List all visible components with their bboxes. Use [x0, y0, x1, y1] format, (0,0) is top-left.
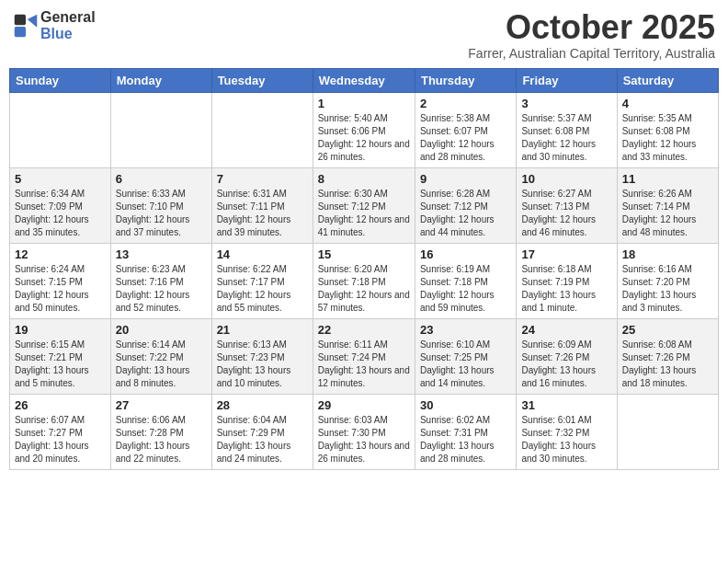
logo-general: General — [40, 9, 96, 26]
cell-content: Sunrise: 5:37 AM Sunset: 6:08 PM Dayligh… — [521, 112, 611, 164]
day-number: 16 — [420, 247, 511, 261]
day-number: 9 — [420, 172, 511, 186]
calendar-cell: 20Sunrise: 6:14 AM Sunset: 7:22 PM Dayli… — [110, 318, 211, 394]
day-number: 25 — [622, 323, 713, 337]
cell-content: Sunrise: 6:30 AM Sunset: 7:12 PM Dayligh… — [318, 188, 410, 239]
day-number: 26 — [15, 398, 106, 412]
weekday-header-monday: Monday — [110, 68, 211, 92]
calendar-cell — [10, 92, 111, 167]
weekday-header-friday: Friday — [517, 68, 617, 92]
calendar-cell: 8Sunrise: 6:30 AM Sunset: 7:12 PM Daylig… — [313, 167, 415, 243]
svg-marker-2 — [28, 14, 38, 27]
cell-content: Sunrise: 6:26 AM Sunset: 7:14 PM Dayligh… — [622, 188, 713, 239]
calendar-cell: 22Sunrise: 6:11 AM Sunset: 7:24 PM Dayli… — [313, 318, 415, 394]
cell-content: Sunrise: 6:15 AM Sunset: 7:21 PM Dayligh… — [15, 339, 106, 390]
day-number: 29 — [318, 398, 410, 412]
cell-content: Sunrise: 6:24 AM Sunset: 7:15 PM Dayligh… — [15, 263, 106, 315]
weekday-header-sunday: Sunday — [10, 68, 111, 92]
day-number: 23 — [420, 323, 511, 337]
cell-content: Sunrise: 6:07 AM Sunset: 7:27 PM Dayligh… — [15, 414, 106, 465]
day-number: 3 — [521, 97, 611, 110]
day-number: 30 — [420, 398, 511, 412]
cell-content: Sunrise: 6:10 AM Sunset: 7:25 PM Dayligh… — [420, 339, 511, 390]
day-number: 8 — [318, 172, 410, 186]
weekday-header-saturday: Saturday — [617, 68, 718, 92]
calendar-week-row: 19Sunrise: 6:15 AM Sunset: 7:21 PM Dayli… — [10, 318, 719, 394]
calendar-cell: 19Sunrise: 6:15 AM Sunset: 7:21 PM Dayli… — [10, 318, 111, 394]
day-number: 5 — [15, 172, 106, 186]
calendar-cell: 4Sunrise: 5:35 AM Sunset: 6:08 PM Daylig… — [617, 92, 718, 167]
calendar-cell: 6Sunrise: 6:33 AM Sunset: 7:10 PM Daylig… — [110, 167, 211, 243]
cell-content: Sunrise: 6:27 AM Sunset: 7:13 PM Dayligh… — [521, 188, 611, 239]
day-number: 28 — [217, 398, 308, 412]
day-number: 22 — [318, 323, 410, 337]
calendar-cell: 7Sunrise: 6:31 AM Sunset: 7:11 PM Daylig… — [211, 167, 313, 243]
cell-content: Sunrise: 6:16 AM Sunset: 7:20 PM Dayligh… — [622, 263, 713, 315]
day-number: 18 — [622, 247, 713, 261]
location-title: Farrer, Australian Capital Territory, Au… — [468, 46, 715, 61]
calendar-cell: 12Sunrise: 6:24 AM Sunset: 7:15 PM Dayli… — [10, 243, 111, 318]
cell-content: Sunrise: 5:35 AM Sunset: 6:08 PM Dayligh… — [622, 112, 713, 164]
cell-content: Sunrise: 6:04 AM Sunset: 7:29 PM Dayligh… — [217, 414, 308, 465]
cell-content: Sunrise: 6:19 AM Sunset: 7:18 PM Dayligh… — [420, 263, 511, 315]
weekday-header-tuesday: Tuesday — [211, 68, 313, 92]
calendar-cell: 28Sunrise: 6:04 AM Sunset: 7:29 PM Dayli… — [211, 394, 313, 469]
calendar-cell: 1Sunrise: 5:40 AM Sunset: 6:06 PM Daylig… — [313, 92, 415, 167]
day-number: 31 — [521, 398, 611, 412]
calendar-cell: 30Sunrise: 6:02 AM Sunset: 7:31 PM Dayli… — [415, 394, 516, 469]
calendar-cell: 10Sunrise: 6:27 AM Sunset: 7:13 PM Dayli… — [517, 167, 617, 243]
calendar-cell: 26Sunrise: 6:07 AM Sunset: 7:27 PM Dayli… — [10, 394, 111, 469]
day-number: 2 — [420, 97, 511, 110]
cell-content: Sunrise: 6:08 AM Sunset: 7:26 PM Dayligh… — [622, 339, 713, 390]
weekday-header-row: SundayMondayTuesdayWednesdayThursdayFrid… — [10, 68, 719, 92]
calendar-cell: 13Sunrise: 6:23 AM Sunset: 7:16 PM Dayli… — [110, 243, 211, 318]
cell-content: Sunrise: 6:34 AM Sunset: 7:09 PM Dayligh… — [15, 188, 106, 239]
day-number: 12 — [15, 247, 106, 261]
calendar-cell: 31Sunrise: 6:01 AM Sunset: 7:32 PM Dayli… — [517, 394, 617, 469]
cell-content: Sunrise: 6:11 AM Sunset: 7:24 PM Dayligh… — [318, 339, 410, 390]
calendar-cell: 2Sunrise: 5:38 AM Sunset: 6:07 PM Daylig… — [415, 92, 516, 167]
calendar-week-row: 12Sunrise: 6:24 AM Sunset: 7:15 PM Dayli… — [10, 243, 719, 318]
svg-rect-1 — [15, 26, 26, 36]
day-number: 6 — [116, 172, 207, 186]
day-number: 24 — [521, 323, 611, 337]
calendar-cell: 29Sunrise: 6:03 AM Sunset: 7:30 PM Dayli… — [313, 394, 415, 469]
calendar-cell: 27Sunrise: 6:06 AM Sunset: 7:28 PM Dayli… — [110, 394, 211, 469]
cell-content: Sunrise: 6:14 AM Sunset: 7:22 PM Dayligh… — [116, 339, 207, 390]
cell-content: Sunrise: 5:38 AM Sunset: 6:07 PM Dayligh… — [420, 112, 511, 164]
cell-content: Sunrise: 6:02 AM Sunset: 7:31 PM Dayligh… — [420, 414, 511, 465]
logo: General Blue — [13, 9, 96, 41]
weekday-header-wednesday: Wednesday — [313, 68, 415, 92]
calendar-cell: 21Sunrise: 6:13 AM Sunset: 7:23 PM Dayli… — [211, 318, 313, 394]
calendar-week-row: 26Sunrise: 6:07 AM Sunset: 7:27 PM Dayli… — [10, 394, 719, 469]
calendar-cell: 18Sunrise: 6:16 AM Sunset: 7:20 PM Dayli… — [617, 243, 718, 318]
svg-rect-0 — [15, 14, 26, 24]
calendar-cell: 5Sunrise: 6:34 AM Sunset: 7:09 PM Daylig… — [10, 167, 111, 243]
page-header: General Blue October 2025 Farrer, Austra… — [9, 9, 719, 61]
calendar-cell — [617, 394, 718, 469]
cell-content: Sunrise: 6:03 AM Sunset: 7:30 PM Dayligh… — [318, 414, 410, 465]
calendar-cell — [211, 92, 313, 167]
day-number: 10 — [521, 172, 611, 186]
cell-content: Sunrise: 6:09 AM Sunset: 7:26 PM Dayligh… — [521, 339, 611, 390]
calendar-cell: 11Sunrise: 6:26 AM Sunset: 7:14 PM Dayli… — [617, 167, 718, 243]
calendar-week-row: 1Sunrise: 5:40 AM Sunset: 6:06 PM Daylig… — [10, 92, 719, 167]
day-number: 1 — [318, 97, 410, 110]
cell-content: Sunrise: 6:20 AM Sunset: 7:18 PM Dayligh… — [318, 263, 410, 315]
calendar-cell: 25Sunrise: 6:08 AM Sunset: 7:26 PM Dayli… — [617, 318, 718, 394]
calendar-cell: 16Sunrise: 6:19 AM Sunset: 7:18 PM Dayli… — [415, 243, 516, 318]
weekday-header-thursday: Thursday — [415, 68, 516, 92]
calendar-cell: 23Sunrise: 6:10 AM Sunset: 7:25 PM Dayli… — [415, 318, 516, 394]
calendar-cell: 14Sunrise: 6:22 AM Sunset: 7:17 PM Dayli… — [211, 243, 313, 318]
title-section: October 2025 Farrer, Australian Capital … — [468, 9, 715, 61]
calendar-cell: 15Sunrise: 6:20 AM Sunset: 7:18 PM Dayli… — [313, 243, 415, 318]
cell-content: Sunrise: 6:01 AM Sunset: 7:32 PM Dayligh… — [521, 414, 611, 465]
cell-content: Sunrise: 6:33 AM Sunset: 7:10 PM Dayligh… — [116, 188, 207, 239]
month-title: October 2025 — [468, 9, 715, 46]
day-number: 7 — [217, 172, 308, 186]
day-number: 4 — [622, 97, 713, 110]
cell-content: Sunrise: 6:28 AM Sunset: 7:12 PM Dayligh… — [420, 188, 511, 239]
calendar-cell: 3Sunrise: 5:37 AM Sunset: 6:08 PM Daylig… — [517, 92, 617, 167]
day-number: 21 — [217, 323, 308, 337]
day-number: 14 — [217, 247, 308, 261]
